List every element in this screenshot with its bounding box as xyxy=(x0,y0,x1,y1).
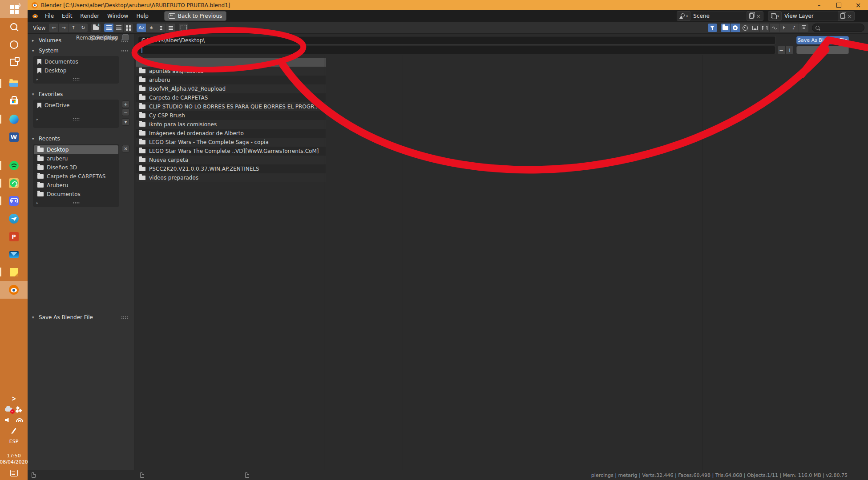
taskbar-app-icon[interactable] xyxy=(0,18,28,36)
system-bookmark-item[interactable]: Desktop xyxy=(34,66,118,75)
sort-size-button[interactable] xyxy=(166,24,175,32)
file-row[interactable]: aruberu xyxy=(136,76,326,84)
action-center-icon[interactable] xyxy=(10,470,18,476)
filter-image-button[interactable] xyxy=(750,24,759,32)
taskbar-app-icon[interactable] xyxy=(0,245,28,263)
favorites-panel-header[interactable]: ▾ Favorites xyxy=(28,90,134,99)
taskbar-app-icon[interactable] xyxy=(0,110,28,128)
windows-ink-icon[interactable] xyxy=(0,425,28,436)
file-row[interactable]: .. xyxy=(136,58,326,67)
file-row[interactable]: BoofVR_Alpha.v02_Reupload xyxy=(136,84,326,93)
filter-folders-button[interactable] xyxy=(721,24,730,32)
system-panel-header[interactable]: ▾ System xyxy=(28,46,134,55)
browse-view-layer-button[interactable]: ▾ xyxy=(768,11,781,21)
onedrive-tray-icon[interactable] xyxy=(5,408,12,412)
back-to-previous-button[interactable]: Back to Previous xyxy=(164,11,227,21)
volume-icon[interactable] xyxy=(5,418,9,422)
language-indicator[interactable]: ESP xyxy=(0,436,28,447)
filter-text-button[interactable] xyxy=(799,24,808,32)
file-row[interactable]: PSCC2K20.V21.0.0.37.WIN.AP.ZENTINELS xyxy=(136,164,326,173)
taskbar-app-icon[interactable] xyxy=(0,210,28,228)
decrement-filename-button[interactable]: − xyxy=(777,46,785,54)
parent-directory-button[interactable]: ↑ xyxy=(69,24,78,32)
taskbar-app-icon[interactable] xyxy=(0,281,28,299)
recent-folder-item[interactable]: Aruberu xyxy=(34,181,118,190)
favorite-item[interactable]: OneDrive xyxy=(34,101,118,110)
filter-blend-backup-button[interactable] xyxy=(740,24,750,32)
file-row[interactable]: Carpeta de CARPETAS xyxy=(136,93,326,102)
editor-corner-icon[interactable] xyxy=(32,472,36,478)
file-row[interactable]: Nueva carpeta xyxy=(136,156,326,164)
taskbar-app-icon[interactable] xyxy=(0,228,28,245)
view-layer-name-field[interactable]: View Layer xyxy=(781,12,838,20)
resize-grip-icon[interactable] xyxy=(73,118,80,120)
minimize-button[interactable]: – xyxy=(809,0,829,10)
menu-item[interactable]: Render xyxy=(76,10,103,22)
favorite-options-button[interactable]: ▾ xyxy=(122,118,129,126)
taskbar-app-icon[interactable] xyxy=(0,263,28,281)
filter-toggle-button[interactable] xyxy=(708,24,717,32)
refresh-button[interactable]: ↻ xyxy=(78,24,88,32)
taskbar-app-icon[interactable] xyxy=(0,128,28,146)
file-row[interactable]: Imágenes del ordenador de Alberto xyxy=(136,129,326,138)
menu-item[interactable]: Edit xyxy=(58,10,76,22)
scene-name-field[interactable]: Scene xyxy=(690,12,747,20)
file-row[interactable]: LEGO Star Wars - The Complete Saga - cop… xyxy=(136,138,326,147)
dropbox-tray-icon[interactable] xyxy=(16,406,23,412)
editor-corner-icon[interactable] xyxy=(140,472,144,478)
create-new-directory-button[interactable] xyxy=(91,24,101,32)
file-name-input[interactable] xyxy=(138,46,776,54)
save-options-panel-header[interactable]: ▾ Save As Blender File xyxy=(28,313,134,322)
file-row[interactable]: apuntes asignaturas xyxy=(136,67,326,76)
file-row[interactable]: LEGO Star Wars The Complete ..VD][WwW.Ga… xyxy=(136,147,326,156)
checkbox[interactable] xyxy=(122,34,129,40)
new-view-layer-icon[interactable] xyxy=(840,13,845,19)
remove-favorite-button[interactable]: − xyxy=(122,108,129,116)
menu-item[interactable]: File xyxy=(41,10,58,22)
system-bookmark-item[interactable]: Documentos xyxy=(34,57,118,66)
taskbar-app-icon[interactable] xyxy=(0,53,28,71)
file-row[interactable]: CLIP STUDIO NO LO BORRES ES PARA QUE BOR… xyxy=(136,102,326,111)
file-search-input[interactable] xyxy=(812,24,864,32)
remove-view-layer-icon[interactable]: × xyxy=(847,13,852,19)
menu-item[interactable]: Help xyxy=(132,10,152,22)
recent-folder-item[interactable]: Desktop xyxy=(34,145,118,154)
filter-blend-button[interactable] xyxy=(731,24,740,32)
menu-item[interactable]: Window xyxy=(103,10,132,22)
taskbar-app-icon[interactable] xyxy=(0,174,28,192)
taskbar-app-icon[interactable] xyxy=(0,0,28,18)
new-scene-icon[interactable] xyxy=(749,13,754,19)
recent-folder-item[interactable]: Carpeta de CARPETAS xyxy=(34,172,118,181)
save-as-blender-file-button[interactable]: Save As Blender File xyxy=(796,36,849,44)
panel-grip-icon[interactable] xyxy=(121,49,128,52)
directory-path-input[interactable]: C:\Users\alber\Desktop\ xyxy=(138,36,776,44)
panel-grip-icon[interactable] xyxy=(121,316,128,319)
sort-extension-button[interactable]: ∗ xyxy=(146,24,156,32)
close-button[interactable]: × xyxy=(848,0,868,10)
resize-grip-icon[interactable] xyxy=(73,201,80,204)
view-menu[interactable]: View xyxy=(31,25,49,31)
vertical-list-display-button[interactable] xyxy=(104,24,113,32)
recents-panel-header[interactable]: ▾ Recents xyxy=(28,134,134,143)
taskbar-app-icon[interactable] xyxy=(0,156,28,174)
show-hidden-icons-chevron[interactable]: > xyxy=(0,393,28,404)
filter-movie-button[interactable] xyxy=(760,24,769,32)
recent-folder-item[interactable]: Documentos xyxy=(34,190,118,199)
resize-grip-icon[interactable] xyxy=(73,78,80,80)
expand-icon[interactable]: ▸ xyxy=(36,77,40,81)
filter-font-button[interactable]: F xyxy=(779,24,789,32)
display-settings-button[interactable] xyxy=(179,24,188,32)
taskbar-clock[interactable]: 17:50 08/04/2020 xyxy=(0,453,28,465)
taskbar-app-icon[interactable] xyxy=(0,36,28,53)
clear-recents-button[interactable]: × xyxy=(122,145,129,152)
increment-filename-button[interactable]: + xyxy=(786,46,794,54)
taskbar-app-icon[interactable] xyxy=(0,192,28,210)
filter-sound-button[interactable]: ♪ xyxy=(789,24,799,32)
recent-folder-item[interactable]: aruberu xyxy=(34,154,118,163)
file-row[interactable]: iknfo para las comisiones xyxy=(136,120,326,129)
forward-button[interactable]: → xyxy=(59,24,68,32)
maximize-button[interactable] xyxy=(829,0,848,10)
taskbar-app-icon[interactable] xyxy=(0,75,28,92)
cancel-button[interactable] xyxy=(796,46,849,54)
remove-scene-icon[interactable]: × xyxy=(756,13,761,19)
